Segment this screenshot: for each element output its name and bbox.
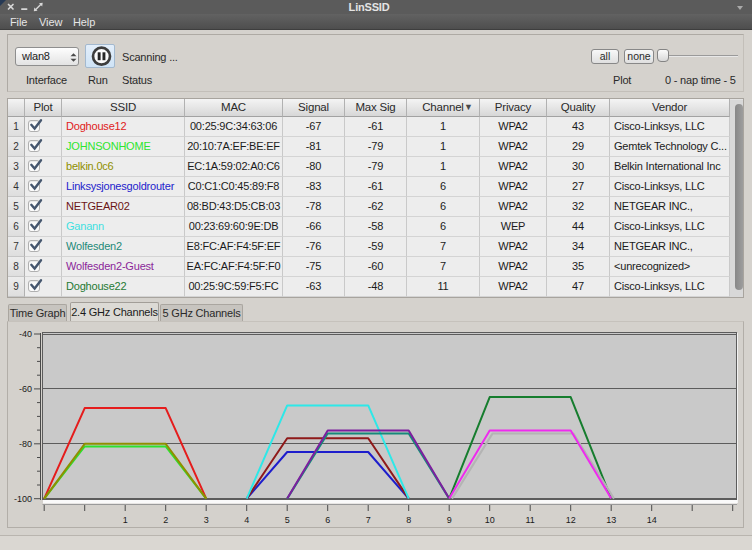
svg-text:7: 7: [366, 515, 371, 525]
svg-text:14: 14: [647, 515, 657, 525]
svg-text:1: 1: [123, 515, 128, 525]
svg-text:12: 12: [566, 515, 576, 525]
svg-text:10: 10: [485, 515, 495, 525]
svg-text:3: 3: [204, 515, 209, 525]
svg-text:6: 6: [325, 515, 330, 525]
svg-text:-80: -80: [19, 439, 32, 449]
svg-text:8: 8: [406, 515, 411, 525]
svg-text:-40: -40: [19, 329, 32, 339]
svg-text:-60: -60: [19, 384, 32, 394]
svg-text:13: 13: [606, 515, 616, 525]
svg-text:4: 4: [244, 515, 249, 525]
svg-text:-100: -100: [14, 494, 32, 504]
svg-text:2: 2: [163, 515, 168, 525]
svg-text:5: 5: [285, 515, 290, 525]
svg-text:11: 11: [526, 515, 535, 525]
svg-text:9: 9: [447, 515, 452, 525]
